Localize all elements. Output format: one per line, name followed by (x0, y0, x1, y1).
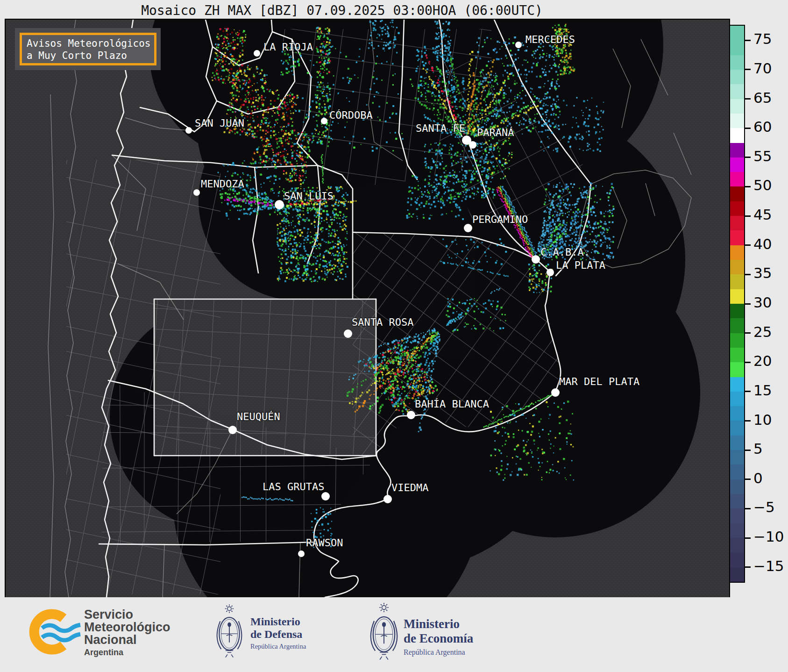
colorbar-tick-label: 25 (753, 323, 772, 340)
city-label: SAN JUAN (195, 117, 244, 129)
colorbar-tick-label: 70 (753, 60, 772, 77)
colorbar-tick (745, 128, 751, 129)
colorbar-tick-label: 55 (753, 148, 772, 164)
city-marker (532, 255, 540, 264)
colorbar-strip (730, 26, 744, 582)
colorbar-tick (745, 157, 751, 158)
radar-coverage-circles (110, 20, 700, 597)
colorbar-tick-label: −5 (753, 499, 775, 515)
city-marker (407, 411, 415, 419)
radar-mosaic-page: Mosaico ZH MAX [dBZ] 07.09.2025 03:00HOA… (0, 0, 788, 672)
city-marker (228, 426, 237, 434)
colorbar-tick (745, 69, 751, 70)
colorbar-tick (745, 186, 751, 187)
colorbar-tick (745, 391, 751, 392)
city-marker (469, 141, 476, 149)
colorbar-tick (745, 332, 751, 334)
city-label: LA RIOJA (263, 41, 313, 53)
colorbar-tick (745, 303, 751, 305)
city-label: BAHÍA BLANCA (415, 398, 489, 410)
economia-line-3: República Argentina (404, 648, 473, 657)
city-marker (464, 224, 472, 232)
ministry-defense-text: Ministerio de Defensa República Argentin… (250, 615, 306, 651)
city-label: SANTA FE (416, 122, 465, 134)
city-marker (275, 200, 284, 209)
colorbar-tick (745, 450, 751, 451)
city-label: PERGAMINO (472, 214, 528, 225)
radar-map: LA RIOJAMERCEDESSAN JUANCÓRDOBASANTA FEP… (6, 20, 729, 597)
colorbar-tick (745, 479, 751, 480)
city-marker (547, 269, 554, 276)
colorbar-tick-label: 30 (753, 294, 772, 311)
footer-logos: Servicio Meteorológico Nacional Argentin… (0, 597, 788, 672)
map-frame: LA RIOJAMERCEDESSAN JUANCÓRDOBASANTA FEP… (5, 19, 730, 598)
smn-line-2: Meteorológico (84, 621, 170, 634)
colorbar-tick-label: 65 (753, 89, 772, 106)
city-marker (321, 492, 330, 500)
defensa-line-2: de Defensa (250, 628, 306, 641)
colorbar-tick (745, 98, 751, 100)
city-label: NEUQUÉN (237, 411, 280, 422)
colorbar-tick (745, 274, 751, 275)
city-marker (185, 127, 192, 134)
colorbar-tick-label: −15 (753, 558, 784, 574)
economia-line-2: de Economía (404, 631, 473, 646)
smn-line-3: Nacional (84, 634, 170, 646)
ministry-economy-text: Ministerio de Economía República Argenti… (404, 617, 473, 657)
colorbar-tick (745, 40, 751, 41)
city-label: CÓRDOBA (329, 109, 373, 121)
colorbar-tick-label: 50 (753, 177, 772, 193)
economy-coat-of-arms-icon (367, 602, 401, 662)
smn-logo-icon (27, 605, 83, 661)
colorbar-tick-label: 45 (753, 206, 772, 223)
colorbar-tick (745, 537, 751, 539)
warning-line-1: Avisos Meteorológicos (27, 37, 154, 50)
economia-line-1: Ministerio (404, 617, 473, 631)
city-label: SANTA ROSA (352, 316, 413, 328)
city-label: LAS GRUTAS (263, 481, 324, 493)
city-label: LA PLATA (556, 259, 605, 271)
city-marker (383, 495, 392, 503)
city-label: MAR DEL PLATA (559, 376, 639, 387)
city-label: PARANÁ (477, 127, 514, 138)
city-label: MERCEDES (525, 34, 575, 45)
defensa-line-1: Ministerio (250, 615, 306, 628)
colorbar-tick-label: 60 (753, 118, 772, 135)
colorbar-tick (745, 362, 751, 363)
smn-line-1: Servicio (84, 608, 170, 621)
city-label: MENDOZA (201, 178, 244, 190)
smn-logo-text: Servicio Meteorológico Nacional Argentin… (84, 608, 170, 658)
colorbar-tick-label: 75 (753, 30, 772, 47)
colorbar-tick-label: −10 (753, 528, 784, 545)
warning-box: Avisos Meteorológicos a Muy Corto Plazo (20, 33, 156, 65)
colorbar-tick (745, 508, 751, 509)
city-label: C.A.B.A. (540, 246, 590, 258)
colorbar-tick-label: 0 (753, 470, 763, 486)
page-title: Mosaico ZH MAX [dBZ] 07.09.2025 03:00HOA… (6, 3, 678, 18)
city-marker (298, 550, 305, 557)
colorbar-tick-label: 20 (753, 352, 772, 369)
city-label: VIEDMA (391, 482, 428, 493)
warning-line-2: a Muy Corto Plazo (27, 50, 154, 62)
colorbar-tick (745, 215, 751, 217)
defensa-line-3: República Argentina (250, 643, 306, 651)
city-label: SAN LUIS (284, 190, 334, 202)
colorbar-tick (745, 420, 751, 422)
colorbar (729, 25, 745, 583)
city-marker (515, 42, 522, 48)
colorbar-tick-label: 35 (753, 265, 772, 281)
colorbar-tick-label: 10 (753, 411, 772, 428)
city-marker (344, 329, 352, 338)
colorbar-tick-label: 15 (753, 382, 772, 399)
colorbar-tick (745, 244, 751, 246)
city-marker (321, 118, 327, 124)
defense-coat-of-arms-icon (214, 603, 245, 660)
city-marker (254, 50, 260, 57)
colorbar-tick-label: 40 (753, 236, 772, 252)
colorbar-tick (745, 566, 751, 568)
city-label: RAWSON (306, 537, 343, 549)
city-marker (551, 388, 560, 397)
colorbar-tick-label: 5 (753, 440, 763, 457)
city-marker (193, 189, 200, 196)
smn-line-4: Argentina (84, 648, 170, 658)
